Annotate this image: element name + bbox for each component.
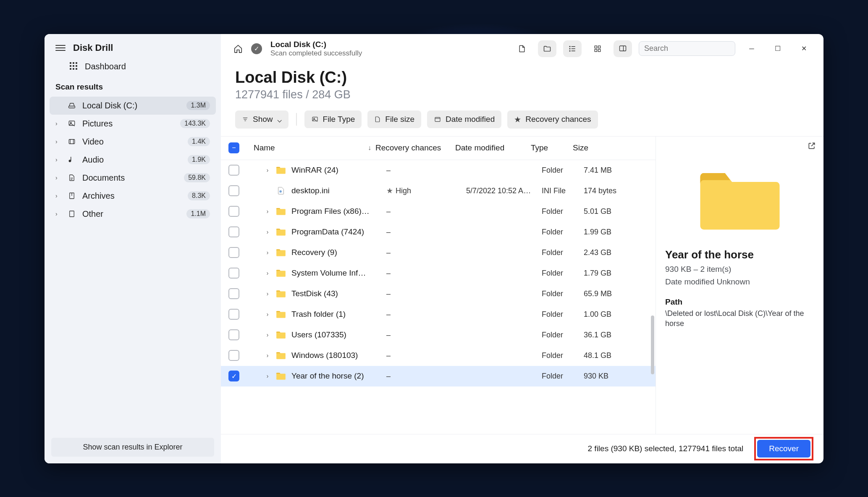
sidebar-item-count: 59.8K [184,173,210,182]
file-type-label: File Type [323,115,355,124]
table-row[interactable]: ›Trash folder (1)–Folder1.00 GB [221,304,656,325]
table-row[interactable]: ›ProgramData (7424)–Folder1.99 GB [221,222,656,242]
row-name: desktop.ini [291,186,386,195]
table-row[interactable]: ›Windows (180103)–Folder48.1 GB [221,345,656,366]
sidebar-item-audio[interactable]: ›Audio1.9K [50,151,216,169]
row-recovery: – [386,228,466,237]
expand-icon[interactable]: › [263,311,272,318]
file-icon [275,186,286,195]
row-checkbox[interactable] [228,185,239,196]
sidebar-item-archives[interactable]: ›Archives8.3K [50,187,216,205]
minimize-button[interactable]: ─ [742,42,761,55]
expand-icon[interactable]: › [263,352,272,359]
folder-icon [275,351,286,360]
row-checkbox[interactable] [228,350,239,361]
row-checkbox[interactable] [228,165,239,176]
select-all-checkbox[interactable]: − [228,142,239,153]
file-size-chip[interactable]: File size [367,110,421,128]
sidebar-item-other[interactable]: ›Other1.1M [50,205,216,223]
star-icon: ★ [386,186,393,195]
sidebar-item-documents[interactable]: ›Documents59.8K [50,169,216,187]
panel-view-icon[interactable] [614,40,632,57]
show-in-explorer-button[interactable]: Show scan results in Explorer [51,438,214,457]
svg-point-31 [279,190,282,193]
row-checkbox[interactable] [228,247,239,258]
search-input[interactable] [644,44,742,53]
expand-icon[interactable]: › [263,270,272,276]
sidebar-item-label: Archives [82,191,182,201]
table-row[interactable]: ✓›Year of the horse (2)–Folder930 KB [221,366,656,387]
toolbar-title: Local Disk (C:) [270,40,362,49]
row-checkbox[interactable] [228,288,239,299]
row-checkbox[interactable]: ✓ [228,371,239,381]
expand-icon[interactable]: › [263,373,272,379]
sidebar-item-pictures[interactable]: ›Pictures143.3K [50,115,216,133]
list-view-icon[interactable] [563,40,582,57]
row-size: 48.1 GB [584,351,634,360]
col-recovery-header[interactable]: Recovery chances [375,143,455,153]
col-name-header[interactable]: Name↓ [254,143,375,153]
row-checkbox[interactable] [228,329,239,340]
sort-arrow-icon: ↓ [368,144,375,152]
table-row[interactable]: ›Users (107335)–Folder36.1 GB [221,325,656,345]
chevron-right-icon: › [55,210,61,217]
page-subtitle: 1277941 files / 284 GB [235,88,809,101]
archive-icon [67,191,76,200]
sidebar-item-count: 1.1M [186,209,210,218]
row-size: 7.41 MB [584,166,634,175]
search-box[interactable] [639,41,735,56]
scrollbar-thumb[interactable] [651,316,654,374]
dashboard-nav[interactable]: Dashboard [45,57,221,79]
table-row[interactable]: desktop.ini★High5/7/2022 10:52 A…INI Fil… [221,181,656,201]
col-date-header[interactable]: Date modified [455,143,531,153]
table-row[interactable]: ›WinRAR (24)–Folder7.41 MB [221,160,656,181]
row-name: TestDisk (43) [291,289,386,298]
sidebar-item-local-disk-c-[interactable]: ›Local Disk (C:)1.3M [50,97,216,115]
row-checkbox[interactable] [228,206,239,217]
expand-icon[interactable]: › [263,290,272,297]
main-panel: ✓ Local Disk (C:) Scan completed success… [221,34,823,463]
col-type-header[interactable]: Type [531,143,573,153]
recovery-chances-chip[interactable]: ★ Recovery chances [507,110,598,129]
row-recovery: – [386,331,466,339]
row-name: Users (107335) [291,330,386,339]
row-size: 930 KB [584,372,634,381]
maximize-button[interactable]: ☐ [768,42,787,55]
image-icon [67,119,76,128]
row-checkbox[interactable] [228,309,239,320]
grid-view-icon[interactable] [588,40,607,57]
show-filter-chip[interactable]: Show ⌵ [235,110,288,129]
table-row[interactable]: ›TestDisk (43)–Folder65.9 MB [221,284,656,304]
scan-status-check-icon: ✓ [251,43,262,54]
expand-icon[interactable]: › [263,331,272,338]
expand-icon[interactable]: › [263,229,272,235]
new-file-icon[interactable] [513,40,531,57]
svg-rect-9 [70,211,74,217]
audio-icon [67,155,76,164]
table-row[interactable]: ›Program Files (x86)…–Folder5.01 GB [221,201,656,222]
folder-view-icon[interactable] [538,40,556,57]
doc-icon [67,173,76,182]
row-checkbox[interactable] [228,226,239,237]
pop-out-icon[interactable] [808,142,816,150]
expand-icon[interactable]: › [263,208,272,215]
folder-icon [275,371,286,381]
home-icon[interactable] [231,42,245,56]
row-checkbox[interactable] [228,268,239,279]
dashboard-label: Dashboard [85,62,126,71]
table-row[interactable]: ›System Volume Inf…–Folder1.79 GB [221,263,656,284]
table-body: ›WinRAR (24)–Folder7.41 MBdesktop.ini★Hi… [221,160,656,434]
expand-icon[interactable]: › [263,167,272,174]
svg-rect-17 [598,46,601,48]
sidebar-item-video[interactable]: ›Video1.4K [50,133,216,151]
file-type-chip[interactable]: File Type [304,110,362,128]
expand-icon[interactable]: › [263,249,272,256]
hamburger-menu-icon[interactable] [55,43,66,53]
close-button[interactable]: ✕ [794,42,813,55]
recover-button[interactable]: Recover [757,440,810,458]
col-size-header[interactable]: Size [573,143,623,153]
sidebar-item-label: Documents [82,173,178,183]
date-modified-chip[interactable]: Date modified [427,110,501,128]
table-row[interactable]: ›Recovery (9)–Folder2.43 GB [221,242,656,263]
details-panel: Year of the horse 930 KB – 2 item(s) Dat… [656,137,823,434]
